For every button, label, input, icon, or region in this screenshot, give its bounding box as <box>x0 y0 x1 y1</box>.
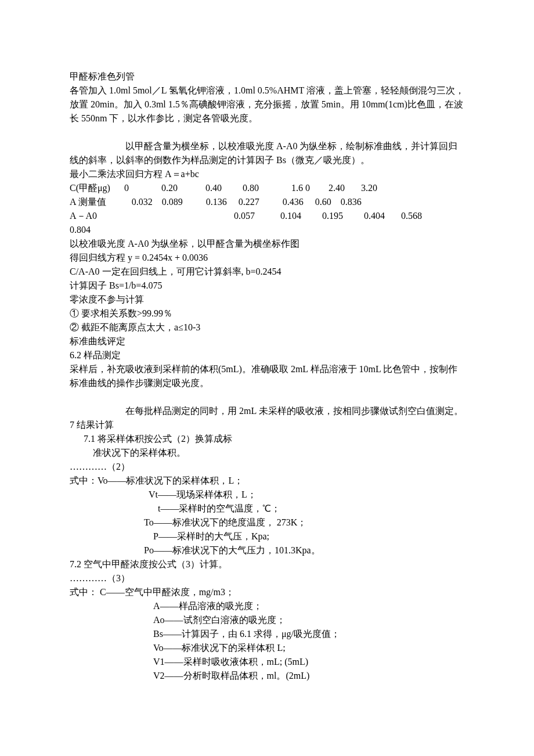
def-v1: V1――采样时吸收液体积，mL; (5mL) <box>70 655 464 669</box>
curve-evaluation: 标准曲线评定 <box>70 334 464 348</box>
formula-3-where: 式中： C――空气中甲醛浓度，mg/m3； <box>70 585 464 599</box>
data-table-row-a: A 测量值 0.032 0.089 0.136 0.227 0.436 0.60… <box>70 195 464 209</box>
data-table-row-diff: A－A0 0.057 0.104 0.195 0.404 0.568 <box>70 209 464 223</box>
def-ao: Ao――试剂空白溶液的吸光度； <box>70 613 464 627</box>
formula-2-marker: …………（2） <box>70 460 464 474</box>
blank-line-2 <box>70 390 464 404</box>
calc-factor: 计算因子 Bs=1/b=4.075 <box>70 279 464 293</box>
doc-title: 甲醛标准色列管 <box>70 70 464 84</box>
zero-note: 零浓度不参与计算 <box>70 293 464 307</box>
blank-test-note: 在每批样品测定的同时，用 2mL 未采样的吸收液，按相同步骤做试剂空白值测定。 <box>70 404 464 418</box>
blank-line <box>70 125 464 139</box>
sample-measure-text: 采样后，补充吸收液到采样前的体积(5mL)。准确吸取 2mL 样品溶液于 10m… <box>70 362 464 390</box>
def-v2: V2――分析时取样品体积，ml。(2mL) <box>70 669 464 683</box>
section-6-2: 6.2 样品测定 <box>70 348 464 362</box>
procedure-text-1: 各管加入 1.0ml 5mol／L 氢氧化钾溶液，1.0ml 0.5%AHMT … <box>70 84 464 125</box>
def-to: To――标准状况下的绝度温度， 273K； <box>70 516 464 530</box>
def-bs: Bs――计算因子，由 6.1 求得，μg/吸光度值； <box>70 627 464 641</box>
slope-note: C/A-A0 一定在回归线上，可用它计算斜率, b=0.2454 <box>70 265 464 279</box>
section-7-1-cont: 准状况下的采样体积。 <box>70 446 464 460</box>
formula-2-where: 式中：Vo――标准状况下的采样体积，L； <box>70 474 464 488</box>
formula-3-marker: …………（3） <box>70 571 464 585</box>
requirement-2: ② 截距不能离原点太大，a≤10-3 <box>70 321 464 334</box>
def-vt: Vt――现场采样体积，L； <box>70 488 464 502</box>
section-7-2: 7.2 空气中甲醛浓度按公式（3）计算。 <box>70 557 464 571</box>
data-table-row-c: C(甲醛μg) 0 0.20 0.40 0.80 1.6 0 2.40 3.20 <box>70 181 464 195</box>
regression-intro: 最小二乘法求回归方程 A＝a+bc <box>70 167 464 181</box>
requirement-1: ① 要求相关系数>99.99％ <box>70 307 464 321</box>
def-vo: Vo――标准状况下的采样体积 L; <box>70 641 464 655</box>
def-p: P――采样时的大气压，Kpa; <box>70 530 464 543</box>
def-t: t――采样时的空气温度，℃； <box>70 502 464 516</box>
section-7: 7 结果计算 <box>70 418 464 432</box>
regression-equation: 得回归线方程 y = 0.2454x + 0.0036 <box>70 251 464 265</box>
procedure-text-2: 以甲醛含量为横坐标，以校准吸光度 A-A0 为纵坐标，绘制标准曲线，并计算回归线… <box>70 139 464 167</box>
def-po: Po――标准状况下的大气压力，101.3Kpa。 <box>70 543 464 557</box>
plot-description: 以校准吸光度 A-A0 为纵坐标，以甲醛含量为横坐标作图 <box>70 237 464 251</box>
def-a: A――样品溶液的吸光度； <box>70 599 464 613</box>
data-table-row-diff-cont: 0.804 <box>70 223 464 237</box>
section-7-1: 7.1 将采样体积按公式（2）换算成标 <box>70 432 464 446</box>
